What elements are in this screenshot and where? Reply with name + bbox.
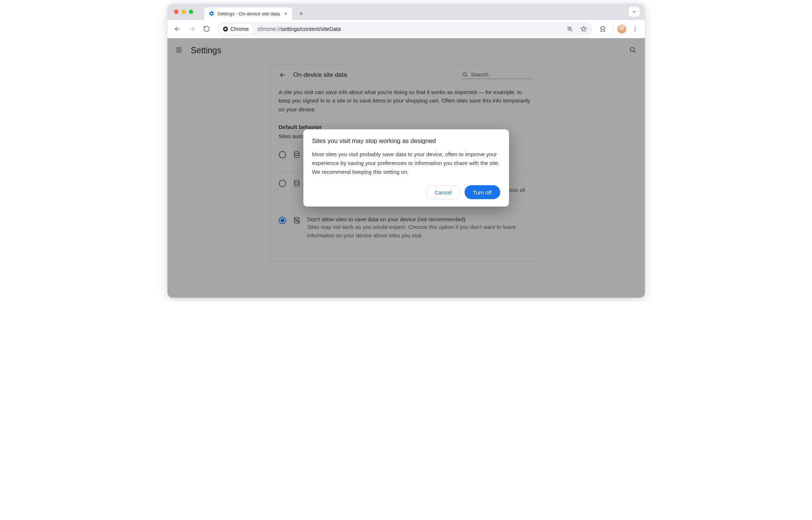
window-minimize[interactable]: [181, 10, 186, 14]
browser-toolbar: Chrome chrome://settings/content/siteDat…: [167, 20, 645, 38]
omnibox-chip-label: Chrome: [231, 26, 249, 32]
svg-point-4: [634, 28, 635, 29]
omnibox[interactable]: Chrome chrome://settings/content/siteDat…: [217, 22, 592, 36]
profile-avatar[interactable]: [617, 24, 627, 34]
content-area: Settings On-device site data A site you: [167, 38, 645, 298]
svg-point-3: [634, 26, 635, 28]
dialog-actions: Cancel Turn off: [312, 185, 500, 199]
dialog-body: Most sites you visit probably save data …: [312, 150, 500, 176]
dialog-title: Sites you visit may stop working as desi…: [312, 137, 500, 145]
cancel-button[interactable]: Cancel: [426, 185, 460, 199]
extensions-icon[interactable]: [597, 23, 609, 35]
browser-window: Settings - On-device site data: [167, 4, 645, 298]
kebab-menu-icon[interactable]: [629, 23, 641, 35]
tab-list-dropdown[interactable]: [629, 7, 640, 17]
tab-strip: Settings - On-device site data: [167, 4, 645, 20]
nav-forward-button[interactable]: [186, 23, 198, 35]
omnibox-chip[interactable]: Chrome: [220, 24, 253, 34]
bookmark-star-icon[interactable]: [578, 23, 590, 35]
svg-point-1: [224, 28, 226, 30]
toolbar-separator: [613, 25, 613, 33]
new-tab-button[interactable]: [296, 8, 306, 19]
reload-button[interactable]: [201, 23, 213, 35]
tab-close-icon[interactable]: [283, 11, 289, 17]
browser-tab[interactable]: Settings - On-device site data: [204, 7, 293, 20]
svg-point-5: [634, 30, 635, 31]
confirm-dialog: Sites you visit may stop working as desi…: [303, 129, 509, 207]
omnibox-url: chrome://settings/content/siteData: [257, 26, 563, 32]
turn-off-button[interactable]: Turn off: [465, 185, 500, 199]
window-controls: [170, 4, 197, 20]
nav-back-button[interactable]: [171, 23, 184, 35]
window-maximize[interactable]: [189, 10, 193, 14]
gear-icon: [209, 11, 214, 17]
chrome-logo-icon: [223, 26, 228, 32]
window-close[interactable]: [174, 10, 178, 14]
tab-title: Settings - On-device site data: [217, 11, 280, 17]
zoom-icon[interactable]: [564, 23, 576, 35]
